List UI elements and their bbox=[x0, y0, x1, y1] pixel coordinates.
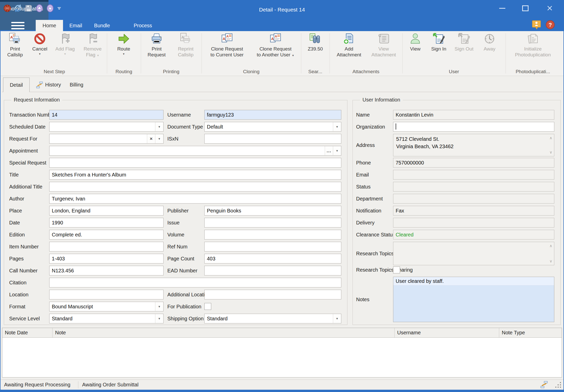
column-header-note-type[interactable]: Note Type bbox=[499, 328, 562, 337]
research-topics-field[interactable]: ∧ ∨ bbox=[393, 242, 554, 265]
format-combo[interactable]: Bound Manuscript▼ bbox=[49, 302, 164, 311]
notes-grid-body[interactable] bbox=[2, 338, 562, 378]
away-button[interactable]: Away bbox=[478, 33, 501, 52]
dropdown-button[interactable]: ▼ bbox=[333, 146, 341, 155]
tab-email[interactable]: Email bbox=[64, 20, 87, 31]
feedback-icon[interactable] bbox=[532, 20, 541, 31]
ref-num-field[interactable] bbox=[204, 242, 341, 251]
service-level-combo[interactable]: Standard▼ bbox=[49, 314, 164, 323]
tab-process[interactable]: Process bbox=[119, 20, 167, 31]
issue-field[interactable] bbox=[204, 218, 341, 227]
address-field[interactable]: 5712 Cleveland St. Virginia Beach, VA 23… bbox=[393, 134, 554, 156]
dropdown-button[interactable]: ▼ bbox=[155, 134, 163, 143]
volume-field[interactable] bbox=[204, 230, 341, 239]
dropdown-button[interactable]: ▼ bbox=[333, 122, 341, 131]
maximize-button[interactable] bbox=[516, 2, 534, 14]
sign-out-button[interactable]: Sign Out bbox=[451, 33, 477, 52]
pages-field[interactable]: 1-403 bbox=[49, 254, 164, 263]
additional-location-field[interactable] bbox=[204, 290, 341, 299]
additional-title-field[interactable] bbox=[49, 182, 341, 192]
tab-detail[interactable]: Detail bbox=[3, 78, 30, 92]
view-attachment-button[interactable]: View Attachment bbox=[367, 33, 400, 58]
dropdown-button[interactable]: ▼ bbox=[333, 314, 341, 323]
menu-button[interactable] bbox=[9, 20, 27, 31]
sign-in-button[interactable]: Sign In bbox=[427, 33, 450, 52]
citation-field[interactable] bbox=[49, 278, 341, 287]
scroll-up-icon[interactable]: ∧ bbox=[549, 244, 552, 248]
call-number-field[interactable]: N123.456 bbox=[49, 266, 164, 275]
transaction-number-field[interactable]: 14 bbox=[49, 110, 164, 120]
user-note-item[interactable]: User cleared by staff. bbox=[393, 277, 554, 286]
dropdown-button[interactable]: ▼ bbox=[155, 314, 163, 323]
dropdown-button[interactable]: ▼ bbox=[155, 302, 163, 311]
author-field[interactable]: Turgenev, Ivan bbox=[49, 194, 341, 204]
email-field[interactable] bbox=[393, 170, 554, 180]
scroll-down-icon[interactable]: ∨ bbox=[549, 150, 552, 154]
for-publication-checkbox[interactable] bbox=[204, 303, 211, 310]
place-field[interactable]: London, England bbox=[49, 206, 164, 216]
department-field[interactable] bbox=[393, 194, 554, 204]
phone-field[interactable]: 7570000000 bbox=[393, 158, 554, 168]
scheduled-date-combo[interactable]: ▼ bbox=[49, 122, 164, 132]
page-count-field[interactable]: 403 bbox=[204, 254, 341, 263]
resize-grip[interactable] bbox=[560, 387, 561, 388]
browse-button[interactable]: … bbox=[325, 146, 333, 155]
location-field[interactable] bbox=[49, 290, 164, 299]
customize-quick-access-icon[interactable] bbox=[57, 4, 62, 12]
isxn-field[interactable] bbox=[204, 134, 341, 144]
username-field[interactable]: farmguy123 bbox=[204, 110, 341, 120]
item-number-field[interactable] bbox=[49, 242, 164, 251]
special-request-field[interactable] bbox=[49, 158, 341, 168]
help-icon[interactable]: ? bbox=[545, 20, 555, 31]
document-type-combo[interactable]: Default▼ bbox=[204, 122, 341, 132]
shipping-option-combo[interactable]: Standard▼ bbox=[204, 314, 341, 323]
title-field[interactable]: Sketches From a Hunter's Album bbox=[49, 170, 341, 180]
delivery-field[interactable] bbox=[393, 218, 554, 227]
initialize-photoduplication-button[interactable]: Initialize Photoduplication bbox=[507, 33, 559, 58]
request-for-combo[interactable]: ×▼ bbox=[49, 134, 164, 144]
print-callslip-button[interactable]: A Print Callslip bbox=[3, 33, 28, 58]
reprint-callslip-button[interactable]: A Reprint Callslip bbox=[171, 33, 200, 58]
date-field[interactable]: 1990 bbox=[49, 218, 164, 227]
tab-bundle[interactable]: Bundle bbox=[89, 20, 115, 31]
save-icon[interactable] bbox=[24, 4, 33, 12]
cancel-button[interactable]: Cancel ▼ bbox=[29, 33, 51, 56]
appointment-combo[interactable]: …▼ bbox=[49, 146, 341, 156]
route-button[interactable]: Route ▼ bbox=[111, 33, 136, 56]
route-history-icon[interactable] bbox=[540, 381, 548, 389]
tab-billing[interactable]: Billing bbox=[66, 78, 87, 92]
name-field[interactable]: Konstantin Levin bbox=[393, 110, 554, 120]
publisher-field[interactable]: Penguin Books bbox=[204, 206, 341, 216]
edition-field[interactable]: Complete ed. bbox=[49, 230, 164, 239]
column-header-note[interactable]: Note bbox=[53, 328, 395, 337]
refresh-icon[interactable] bbox=[14, 4, 22, 12]
z3950-button[interactable]: Z39.50 bbox=[303, 33, 328, 52]
add-attachment-button[interactable]: Add Attachment bbox=[332, 33, 366, 58]
status-field[interactable] bbox=[393, 182, 554, 192]
minimize-button[interactable] bbox=[493, 2, 511, 14]
tab-history[interactable]: History bbox=[32, 78, 65, 92]
route-down-icon[interactable] bbox=[46, 4, 54, 12]
remove-flag-button[interactable]: Remove Flag ▼ bbox=[79, 33, 106, 58]
scroll-down-icon[interactable]: ∨ bbox=[549, 259, 552, 263]
clone-request-another-user-button[interactable]: AA Clone Request to Another User ▼ bbox=[251, 33, 300, 58]
research-topics-sharing-checkbox[interactable] bbox=[393, 267, 400, 273]
app-icon[interactable] bbox=[3, 4, 11, 12]
clone-request-current-user-button[interactable]: AA Clone Request to Current User bbox=[204, 33, 250, 58]
print-request-button[interactable]: Print Request bbox=[143, 33, 170, 58]
notification-field[interactable]: Fax bbox=[393, 206, 554, 216]
add-flag-button[interactable]: Add Flag ▼ bbox=[52, 33, 78, 56]
column-header-username[interactable]: Username bbox=[395, 328, 499, 337]
ead-number-field[interactable] bbox=[204, 266, 341, 275]
close-button[interactable] bbox=[539, 2, 560, 14]
clearance-status-field[interactable]: Cleared bbox=[393, 230, 554, 239]
tab-home[interactable]: Home bbox=[36, 20, 63, 31]
view-user-button[interactable]: View bbox=[404, 33, 426, 52]
dropdown-button[interactable]: ▼ bbox=[155, 122, 163, 131]
clear-button[interactable]: × bbox=[147, 134, 155, 143]
organization-field[interactable] bbox=[393, 122, 554, 132]
column-header-note-date[interactable]: Note Date bbox=[2, 328, 53, 337]
scroll-up-icon[interactable]: ∧ bbox=[549, 136, 552, 140]
user-notes-list[interactable]: User cleared by staff. bbox=[393, 277, 554, 322]
route-up-icon[interactable] bbox=[35, 4, 44, 12]
